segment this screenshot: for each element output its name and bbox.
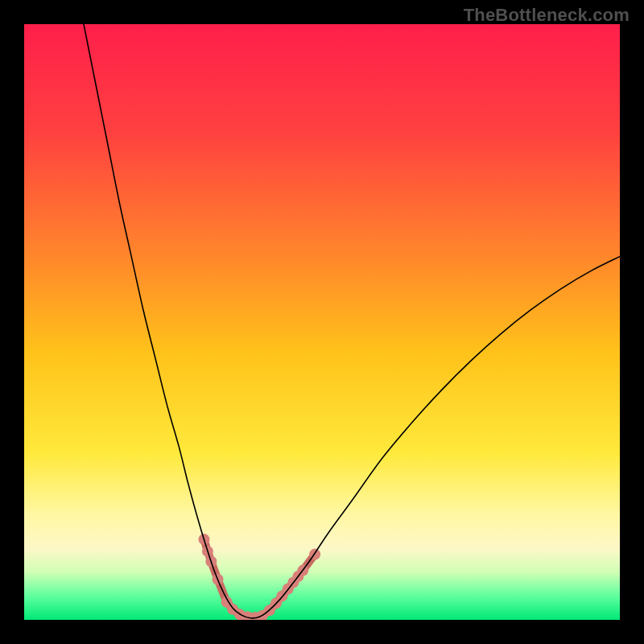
chart-svg [24,24,620,620]
watermark-text: TheBottleneck.com [464,5,630,26]
outer-frame: TheBottleneck.com [0,0,644,644]
chart-canvas [24,24,620,620]
chart-background [24,24,620,620]
